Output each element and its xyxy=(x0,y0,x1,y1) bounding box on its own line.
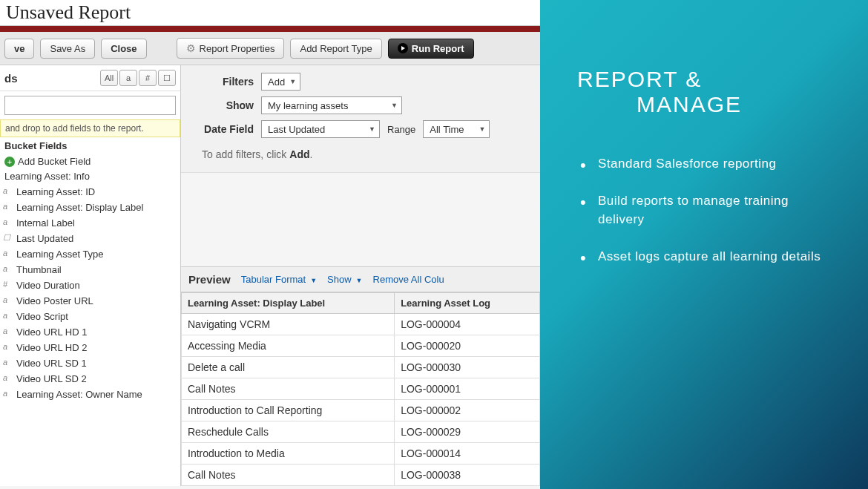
field-item[interactable]: aLearning Asset: ID xyxy=(0,184,180,200)
col-header-asset-log[interactable]: Learning Asset Log xyxy=(395,293,540,314)
preview-title: Preview xyxy=(188,273,231,286)
field-type-icon: a xyxy=(3,295,7,304)
field-label: Video Poster URL xyxy=(16,295,93,306)
cell-display-label: Reschedule Calls xyxy=(182,421,395,443)
field-group-header: Learning Asset: Info xyxy=(0,168,180,184)
save-button[interactable]: ve xyxy=(4,39,34,59)
field-type-icon: a xyxy=(3,264,7,273)
run-report-button[interactable]: Run Report xyxy=(388,39,474,59)
save-as-button[interactable]: Save As xyxy=(40,39,95,59)
field-item[interactable]: aVideo URL SD 2 xyxy=(0,371,180,387)
field-item[interactable]: aVideo URL HD 2 xyxy=(0,340,180,355)
report-builder-app: Unsaved Report ve Save As Close ⚙Report … xyxy=(0,0,540,489)
cell-asset-log: LOG-000029 xyxy=(395,421,540,443)
filter-date-button[interactable]: ☐ xyxy=(158,70,176,86)
add-filter-dropdown[interactable]: Add xyxy=(261,73,300,91)
field-type-icon: a xyxy=(3,249,7,257)
slide-bullet: Standard Salesforce reporting xyxy=(577,154,838,174)
add-report-type-button[interactable]: Add Report Type xyxy=(290,39,381,59)
field-item[interactable]: aVideo Poster URL xyxy=(0,293,180,309)
show-label: Show xyxy=(190,99,254,111)
field-label: Learning Asset: ID xyxy=(16,186,95,197)
report-properties-button[interactable]: ⚙Report Properties xyxy=(177,38,285,59)
field-type-icon: a xyxy=(3,358,7,367)
fields-sidebar: ds All a # ☐ and drop to add fields to t… xyxy=(0,65,181,486)
show-dropdown-preview[interactable]: Show xyxy=(327,274,362,285)
main-area: Filters Add Show My learning assets Date… xyxy=(181,65,540,486)
field-item[interactable]: #Video Duration xyxy=(0,278,180,293)
field-label: Video Script xyxy=(16,311,68,322)
accent-bar xyxy=(0,26,540,32)
field-item[interactable]: aLearning Asset: Display Label xyxy=(0,200,180,215)
close-button[interactable]: Close xyxy=(101,39,146,59)
field-label: Video URL SD 1 xyxy=(16,358,87,369)
field-label: Video URL SD 2 xyxy=(16,373,87,384)
field-list: aLearning Asset: IDaLearning Asset: Disp… xyxy=(0,184,180,402)
field-type-icon: a xyxy=(3,389,7,398)
plus-icon: + xyxy=(4,157,15,167)
format-dropdown[interactable]: Tabular Format xyxy=(241,274,317,285)
table-row[interactable]: Navigating VCRMLOG-000004 xyxy=(182,314,540,335)
field-type-icon: a xyxy=(3,186,7,195)
table-row[interactable]: Delete a callLOG-000030 xyxy=(182,357,540,378)
field-item[interactable]: aLearning Asset Type xyxy=(0,246,180,262)
field-item[interactable]: aVideo URL SD 1 xyxy=(0,355,180,371)
show-dropdown[interactable]: My learning assets xyxy=(261,96,402,114)
field-item[interactable]: ☐Last Updated xyxy=(0,231,180,246)
field-item[interactable]: aThumbnail xyxy=(0,262,180,278)
field-label: Thumbnail xyxy=(16,264,62,275)
slide-bullet: Asset logs capture all learning details xyxy=(577,247,838,266)
remove-all-columns-link[interactable]: Remove All Colu xyxy=(373,274,444,285)
slide-bullets: Standard Salesforce reportingBuild repor… xyxy=(577,154,838,266)
field-item[interactable]: aVideo Script xyxy=(0,309,180,324)
sidebar-title: ds xyxy=(4,72,18,85)
quick-find-input[interactable] xyxy=(4,96,176,115)
table-row[interactable]: Call NotesLOG-000001 xyxy=(182,378,540,400)
filter-all-button[interactable]: All xyxy=(100,70,118,86)
table-row[interactable]: Accessing MediaLOG-000020 xyxy=(182,335,540,357)
field-type-filter: All a # ☐ xyxy=(100,70,176,86)
field-label: Learning Asset: Owner Name xyxy=(16,389,142,400)
range-dropdown[interactable]: All Time xyxy=(423,120,490,138)
field-label: Learning Asset Type xyxy=(16,249,104,260)
cell-asset-log: LOG-000004 xyxy=(395,314,540,335)
slide-bullet: Build reports to manage training deliver… xyxy=(577,191,838,229)
filter-hint: To add filters, click Add. xyxy=(190,144,531,165)
table-row[interactable]: Reschedule CallsLOG-000029 xyxy=(182,421,540,443)
slide-title: REPORT & MANAGE xyxy=(577,67,838,117)
cell-display-label: Accessing Media xyxy=(182,335,395,357)
field-type-icon: a xyxy=(3,373,7,382)
field-type-icon: ☐ xyxy=(3,233,10,243)
preview-toolbar: Preview Tabular Format Show Remove All C… xyxy=(181,266,540,292)
table-row[interactable]: Call NotesLOG-000038 xyxy=(182,465,540,486)
cell-display-label: Introduction to Media xyxy=(182,443,395,465)
cell-display-label: Call Notes xyxy=(182,465,395,486)
field-label: Internal Label xyxy=(16,217,75,229)
filter-text-button[interactable]: a xyxy=(119,70,137,86)
cell-display-label: Navigating VCRM xyxy=(182,314,395,335)
date-field-label: Date Field xyxy=(190,123,254,135)
field-label: Last Updated xyxy=(16,233,73,244)
drag-hint: and drop to add fields to the report. xyxy=(0,119,180,137)
field-label: Video Duration xyxy=(16,280,80,291)
field-label: Video URL HD 2 xyxy=(16,342,87,353)
field-item[interactable]: aVideo URL HD 1 xyxy=(0,324,180,340)
field-item[interactable]: aLearning Asset: Owner Name xyxy=(0,387,180,402)
col-header-display-label[interactable]: Learning Asset: Display Label xyxy=(182,293,395,314)
table-row[interactable]: Introduction to Call ReportingLOG-000002 xyxy=(182,400,540,421)
filters-label: Filters xyxy=(190,76,254,88)
cell-asset-log: LOG-000001 xyxy=(395,378,540,400)
range-label: Range xyxy=(387,124,415,135)
field-type-icon: a xyxy=(3,202,7,211)
field-type-icon: # xyxy=(3,280,7,289)
toolbar: ve Save As Close ⚙Report Properties Add … xyxy=(0,32,540,65)
cell-asset-log: LOG-000030 xyxy=(395,357,540,378)
table-row[interactable]: Introduction to MediaLOG-000014 xyxy=(182,443,540,465)
date-field-dropdown[interactable]: Last Updated xyxy=(261,120,380,138)
field-label: Learning Asset: Display Label xyxy=(16,202,143,213)
field-item[interactable]: aInternal Label xyxy=(0,215,180,231)
preview-table: Learning Asset: Display Label Learning A… xyxy=(181,292,540,486)
filter-number-button[interactable]: # xyxy=(139,70,157,86)
field-type-icon: a xyxy=(3,342,7,351)
add-bucket-field-link[interactable]: + Add Bucket Field xyxy=(0,154,180,168)
